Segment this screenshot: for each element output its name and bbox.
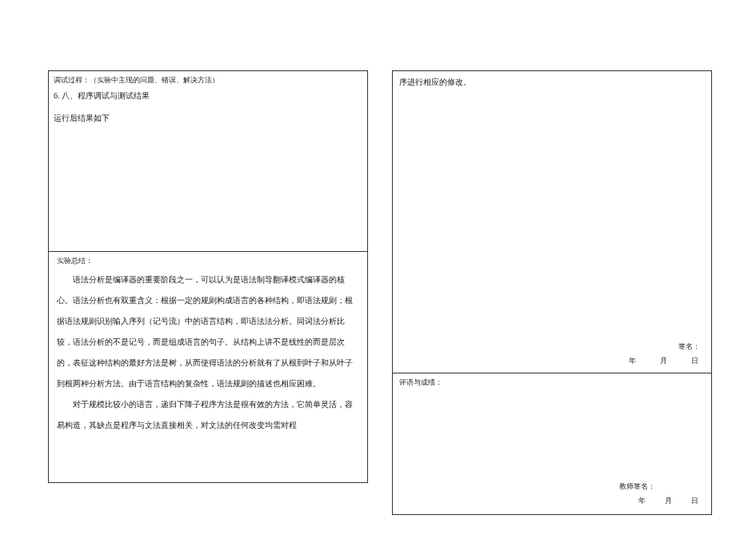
debug-process-header: 调试过程：（实验中主现的问题、错误、解决方法）: [54, 74, 362, 86]
date-month-label: 月: [660, 357, 669, 365]
teacher-signature-date: 年月日: [621, 496, 700, 506]
continuation-section: 序进行相应的修改。 签名： 年月日: [393, 70, 711, 373]
document-root: 调试过程：（实验中主现的问题、错误、解决方法） 6. 八、程序调试与测试结果 运…: [0, 0, 756, 535]
student-signature-label: 签名：: [678, 341, 700, 352]
summary-paragraph-1: 语法分析是编译器的重要阶段之一，可以认为是语法制导翻译模式编译器的核心。语法分析…: [57, 269, 359, 394]
experiment-summary-header: 实验总结：: [57, 254, 359, 267]
continuation-text: 序进行相应的修改。: [399, 74, 705, 90]
run-results-heading: 运行后结果如下: [54, 110, 362, 126]
teacher-date-month-label: 月: [665, 497, 674, 505]
teacher-signature-label: 教师签名：: [619, 481, 655, 492]
student-signature-date: 年月日: [606, 356, 700, 366]
right-page-panel: 序进行相应的修改。 签名： 年月日 评语与成绩： 教师签名： 年月日: [392, 70, 712, 515]
debug-process-section: 调试过程：（实验中主现的问题、错误、解决方法） 6. 八、程序调试与测试结果 运…: [49, 71, 367, 252]
left-page-panel: 调试过程：（实验中主现的问题、错误、解决方法） 6. 八、程序调试与测试结果 运…: [48, 70, 368, 483]
teacher-date-day-label: 日: [691, 497, 700, 505]
experiment-summary-section: 实验总结： 语法分析是编译器的重要阶段之一，可以认为是语法制导翻译模式编译器的核…: [49, 252, 367, 483]
section-number-heading: 6. 八、程序调试与测试结果: [54, 88, 362, 104]
teacher-date-year-label: 年: [638, 497, 647, 505]
grade-comments-section: 评语与成绩： 教师签名： 年月日: [393, 373, 711, 514]
experiment-summary-body: 语法分析是编译器的重要阶段之一，可以认为是语法制导翻译模式编译器的核心。语法分析…: [57, 269, 359, 436]
date-day-label: 日: [691, 357, 700, 365]
grade-comments-header: 评语与成绩：: [399, 376, 705, 389]
summary-paragraph-2: 对于规模比较小的语言，递归下降子程序方法是很有效的方法，它简单灵活，容易构造，其…: [57, 394, 359, 436]
date-year-label: 年: [629, 357, 638, 365]
